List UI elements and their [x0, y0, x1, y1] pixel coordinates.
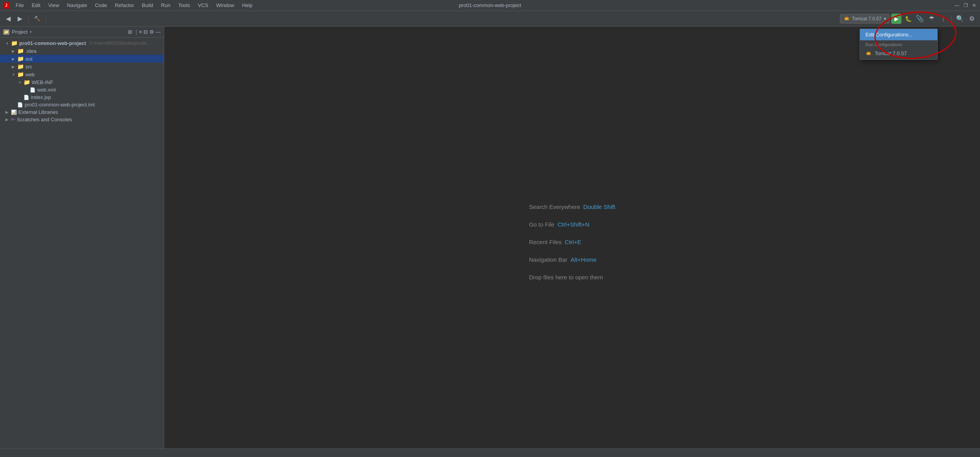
tree-item-web[interactable]: ▾ 📁 web: [0, 70, 164, 78]
svg-rect-1: [845, 16, 847, 18]
tree-label-out: out: [25, 56, 32, 62]
tree-arrow-idea: ▶: [11, 49, 16, 53]
svg-point-2: [846, 18, 847, 20]
search-everywhere-button[interactable]: 🔍: [955, 14, 965, 24]
hint-search-everywhere: Search Everywhere Double Shift: [529, 203, 616, 210]
tomcat-config-label: Tomcat 7.0.57: [875, 50, 907, 56]
tree-item-extlibs[interactable]: ▶ 📊 External Libraries: [0, 108, 164, 116]
edit-configurations-item[interactable]: Edit Configurations...: [860, 29, 937, 40]
file-icon-indexjsp: 📄: [23, 95, 29, 100]
debug-button[interactable]: 🐛: [903, 14, 913, 24]
toolbar-separator-3: [951, 15, 952, 23]
project-panel: 📁 Project ▾ ⊞ ⋮≡ ⊟ ⚙ — ▾ 📁 pro01-common-…: [0, 27, 164, 457]
folder-icon-webinf: 📁: [23, 79, 30, 85]
tree-item-webxml[interactable]: ▶ 📄 web.xml: [0, 86, 164, 94]
file-icon-webxml: 📄: [30, 87, 36, 93]
attach-debugger-button[interactable]: 📎: [915, 14, 925, 24]
close-button[interactable]: ✕: [971, 3, 977, 8]
menu-build[interactable]: Build: [139, 2, 156, 9]
folder-icon-src: 📁: [17, 63, 24, 70]
menu-tools[interactable]: Tools: [175, 2, 193, 9]
run-button[interactable]: ▶: [891, 14, 901, 24]
main-layout: 📁 Project ▾ ⊞ ⋮≡ ⊟ ⚙ — ▾ 📁 pro01-common-…: [0, 27, 980, 457]
dropdown-arrow-icon: ▾: [884, 16, 886, 22]
folder-icon-web: 📁: [17, 71, 24, 77]
tree-item-iml[interactable]: ▶ 📄 pro01-common-web-project.iml: [0, 101, 164, 108]
panel-header-icons: ⊞ ⋮≡ ⊟ ⚙ —: [128, 29, 161, 35]
run-configurations-separator: Run Configurations: [860, 40, 937, 48]
run-configuration-selector[interactable]: Tomcat 7.0.57 ▾: [840, 14, 890, 23]
hint-label-recent: Recent Files: [529, 239, 562, 245]
panel-settings-icon[interactable]: ⚙: [149, 29, 154, 35]
tree-item-idea[interactable]: ▶ 📁 .idea: [0, 47, 164, 55]
forward-button[interactable]: ▶: [15, 14, 25, 24]
tree-item-out[interactable]: ▶ 📁 out: [0, 55, 164, 63]
file-icon-iml: 📄: [17, 102, 23, 108]
hint-recent-files: Recent Files Ctrl+E: [529, 239, 581, 245]
folder-icon-out: 📁: [17, 56, 24, 62]
project-selector-arrow[interactable]: ▾: [30, 30, 32, 34]
menu-edit[interactable]: Edit: [29, 2, 43, 9]
tree-item-indexjsp[interactable]: ▶ 📄 index.jsp: [0, 94, 164, 101]
menu-refactor[interactable]: Refactor: [112, 2, 137, 9]
scroll-to-file-icon[interactable]: ⊞: [128, 29, 132, 35]
tree-label-root: pro01-common-web-project: [19, 40, 86, 46]
menu-view[interactable]: View: [45, 2, 62, 9]
panel-close-icon[interactable]: —: [156, 29, 161, 35]
tree-label-src: src: [25, 64, 32, 70]
hint-label-search: Search Everywhere: [529, 203, 580, 210]
edit-config-label: Edit Configurations...: [865, 32, 913, 38]
tomcat-icon: [844, 16, 850, 22]
back-button[interactable]: ◀: [3, 14, 13, 24]
menu-window[interactable]: Window: [213, 2, 237, 9]
collapse-all-icon[interactable]: ⋮≡: [134, 29, 142, 35]
app-icon: J: [3, 2, 9, 9]
build-button[interactable]: 🔨: [32, 14, 43, 23]
menu-code[interactable]: Code: [92, 2, 110, 9]
hint-navigation-bar: Navigation Bar Alt+Home: [529, 256, 597, 263]
more-run-options[interactable]: ⋮: [938, 14, 948, 24]
tree-label-scratches: Scratches and Consoles: [17, 117, 72, 122]
build-icon: 🔨: [34, 16, 40, 22]
menu-navigate[interactable]: Navigate: [64, 2, 90, 9]
settings-button[interactable]: ⚙: [967, 14, 977, 24]
tree-item-webinf[interactable]: ▾ 📁 WEB-INF: [0, 78, 164, 86]
restore-button[interactable]: ❐: [963, 3, 968, 8]
tomcat-config-item[interactable]: Tomcat 7.0.57: [860, 48, 937, 59]
run-config-name: Tomcat 7.0.57: [852, 16, 881, 22]
svg-rect-4: [867, 51, 869, 52]
project-selector-label[interactable]: Project: [12, 29, 27, 35]
tree-item-src[interactable]: ▶ 📁 src: [0, 63, 164, 70]
menu-help[interactable]: Help: [239, 2, 256, 9]
tree-arrow-web: ▾: [11, 72, 16, 77]
status-bar: [0, 448, 980, 457]
hint-shortcut-navbar: Alt+Home: [571, 256, 596, 263]
tree-arrow-src: ▶: [11, 64, 16, 69]
tree-label-iml: pro01-common-web-project.iml: [25, 102, 95, 108]
svg-point-5: [868, 53, 869, 54]
hint-goto-file: Go to File Ctrl+Shift+N: [529, 221, 590, 228]
tree-label-web: web: [25, 72, 35, 77]
tree-arrow-scratches: ▶: [5, 117, 9, 122]
minimize-button[interactable]: —: [954, 3, 960, 8]
menu-vcs[interactable]: VCS: [195, 2, 212, 9]
folder-icon-root: 📁: [11, 40, 18, 46]
window-controls: — ❐ ✕: [954, 3, 977, 8]
run-config-area: Tomcat 7.0.57 ▾ ▶ 🐛 📎 ☂ ⋮ 🔍 ⚙ Edit Confi…: [840, 14, 977, 24]
tree-label-webinf: WEB-INF: [32, 79, 53, 85]
tree-arrow-root: ▾: [5, 41, 9, 45]
hint-shortcut-recent: Ctrl+E: [565, 239, 581, 245]
project-selector-icon: 📁: [3, 29, 9, 35]
tree-arrow-out: ▶: [11, 56, 16, 61]
menu-run[interactable]: Run: [158, 2, 174, 9]
tomcat-item-icon: [865, 50, 872, 57]
toolbar: ◀ ▶ 🔨 Tomcat 7.0.57 ▾ ▶ 🐛 📎 ☂ ⋮ 🔍 ⚙: [0, 11, 980, 27]
coverage-button[interactable]: ☂: [926, 14, 937, 24]
menu-file[interactable]: File: [13, 2, 27, 9]
tree-arrow-extlibs: ▶: [5, 110, 9, 115]
tree-item-root[interactable]: ▾ 📁 pro01-common-web-project C:\Users\86…: [0, 39, 164, 47]
tree-item-scratches[interactable]: ▶ ✏ Scratches and Consoles: [0, 116, 164, 123]
tree-arrow-webinf: ▾: [17, 80, 22, 85]
expand-all-icon[interactable]: ⊟: [144, 29, 148, 35]
editor-hints: Search Everywhere Double Shift Go to Fil…: [529, 203, 616, 281]
